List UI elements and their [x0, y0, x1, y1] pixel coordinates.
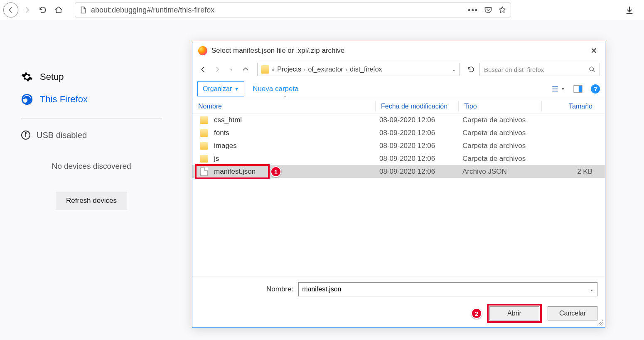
nav-back-button[interactable]	[3, 2, 18, 17]
file-name: css_html	[214, 116, 379, 124]
svg-line-5	[593, 70, 595, 72]
chevron-down-icon[interactable]: ⌄	[452, 67, 456, 72]
svg-point-4	[590, 67, 593, 71]
usb-status: USB disabled	[21, 128, 162, 143]
usb-status-text: USB disabled	[37, 131, 87, 140]
chevron-right-icon: ›	[304, 67, 305, 73]
url-bar[interactable]: about:debugging#/runtime/this-firefox ••…	[75, 2, 511, 17]
folder-icon	[200, 155, 208, 163]
pocket-icon[interactable]	[484, 6, 492, 14]
chevron-down-icon: ▼	[234, 86, 239, 91]
file-row[interactable]: css_html08-09-2020 12:06Carpeta de archi…	[192, 113, 605, 126]
svg-point-3	[25, 133, 26, 133]
file-list[interactable]: css_html08-09-2020 12:06Carpeta de archi…	[192, 113, 605, 276]
filename-input[interactable]: manifest.json ⌄	[298, 282, 597, 296]
file-open-dialog: Select manifest.json file or .xpi/.zip a…	[192, 41, 605, 328]
open-button[interactable]: Abrir	[489, 306, 539, 320]
sidebar-separator	[21, 118, 162, 118]
preview-pane-button[interactable]	[573, 85, 583, 93]
col-type[interactable]: Tipo	[458, 103, 541, 110]
chevron-down-icon[interactable]: ⌄	[590, 286, 594, 292]
chevron-down-icon: ▼	[561, 86, 565, 91]
cancel-button[interactable]: Cancelar	[548, 306, 597, 320]
url-text: about:debugging#/runtime/this-firefox	[91, 6, 214, 15]
file-row[interactable]: js08-09-2020 12:06Carpeta de archivos	[192, 152, 605, 165]
file-icon	[200, 168, 208, 176]
folder-icon	[261, 65, 269, 74]
chevron-down-icon[interactable]: ▾	[226, 64, 237, 75]
callout-highlight-2: Abrir	[487, 304, 542, 323]
gear-icon	[21, 71, 33, 83]
more-icon[interactable]: •••	[468, 6, 478, 15]
dialog-nav: ▾ « Projects › of_extractor › dist_firef…	[192, 60, 605, 79]
downloads-icon[interactable]	[622, 3, 637, 17]
bookmark-star-icon[interactable]	[498, 6, 506, 14]
dialog-footer: Nombre: manifest.json ⌄ 2 Abrir Cancelar	[192, 276, 605, 327]
sort-indicator-icon: ⌃	[283, 95, 287, 101]
view-mode-button[interactable]: ▼	[551, 85, 565, 93]
page-icon	[79, 6, 87, 14]
dialog-titlebar: Select manifest.json file or .xpi/.zip a…	[192, 41, 605, 60]
search-icon	[589, 66, 595, 73]
search-placeholder: Buscar en dist_firefox	[484, 66, 544, 73]
file-type: Archivo JSON	[462, 168, 546, 176]
nav-up-icon[interactable]	[240, 64, 251, 75]
help-icon[interactable]: ?	[591, 84, 600, 94]
refresh-icon[interactable]	[465, 64, 477, 75]
nav-forward-button[interactable]	[20, 3, 34, 17]
search-input[interactable]: Buscar en dist_firefox	[479, 63, 600, 76]
chevron-left-icon: «	[272, 67, 275, 73]
file-name: images	[214, 142, 379, 150]
dialog-title-text: Select manifest.json file or .xpi/.zip a…	[211, 47, 344, 55]
file-date: 08-09-2020 12:06	[379, 155, 462, 163]
folder-icon	[200, 116, 208, 124]
nav-back-icon[interactable]	[197, 64, 209, 75]
new-folder-button[interactable]: Nueva carpeta	[253, 85, 299, 93]
nav-forward-icon	[211, 64, 223, 75]
nav-reload-button[interactable]	[36, 3, 50, 17]
callout-badge-1: 1	[270, 166, 281, 177]
file-date: 08-09-2020 12:06	[379, 129, 462, 137]
file-date: 08-09-2020 12:06	[379, 142, 462, 150]
callout-badge-2: 2	[471, 308, 482, 319]
crumb-item[interactable]: dist_firefox	[350, 66, 382, 73]
file-name: manifest.json	[214, 168, 379, 176]
crumb-item[interactable]: Projects	[277, 66, 301, 73]
file-list-header: ⌃ Nombre Fecha de modificación Tipo Tama…	[192, 99, 605, 113]
breadcrumb[interactable]: « Projects › of_extractor › dist_firefox…	[257, 63, 460, 76]
filename-value: manifest.json	[302, 286, 341, 293]
debugging-sidebar: Setup This Firefox USB disabled No devic…	[0, 20, 183, 340]
col-size[interactable]: Tamaño	[541, 103, 605, 110]
crumb-item[interactable]: of_extractor	[308, 66, 343, 73]
file-date: 08-09-2020 12:06	[379, 116, 462, 124]
file-row[interactable]: fonts08-09-2020 12:06Carpeta de archivos	[192, 126, 605, 139]
filename-label: Nombre:	[266, 285, 293, 293]
close-icon[interactable]: ✕	[588, 46, 599, 56]
col-name[interactable]: Nombre	[192, 103, 375, 110]
file-date: 08-09-2020 12:06	[379, 168, 462, 176]
file-type: Carpeta de archivos	[462, 155, 546, 163]
firefox-icon	[198, 46, 207, 55]
firefox-icon	[21, 93, 33, 106]
file-type: Carpeta de archivos	[462, 116, 546, 124]
resize-grip-icon[interactable]	[597, 320, 603, 325]
info-icon	[21, 130, 31, 140]
file-type: Carpeta de archivos	[462, 142, 546, 150]
sidebar-item-this-firefox[interactable]: This Firefox	[21, 88, 162, 111]
dialog-toolbar: Organizar ▼ Nueva carpeta ▼ ?	[192, 79, 605, 99]
svg-rect-10	[579, 85, 582, 92]
organize-button[interactable]: Organizar ▼	[197, 81, 244, 96]
file-row[interactable]: manifest.json08-09-2020 12:06Archivo JSO…	[192, 165, 605, 178]
refresh-devices-button[interactable]: Refresh devices	[56, 192, 127, 210]
sidebar-item-label: Setup	[40, 71, 64, 82]
file-size: 2 KB	[546, 168, 605, 176]
sidebar-item-label: This Firefox	[40, 94, 88, 105]
folder-icon	[200, 142, 208, 150]
file-row[interactable]: images08-09-2020 12:06Carpeta de archivo…	[192, 139, 605, 152]
file-name: fonts	[214, 129, 379, 137]
nav-home-button[interactable]	[52, 3, 66, 17]
sidebar-item-setup[interactable]: Setup	[21, 66, 162, 88]
folder-icon	[200, 129, 208, 137]
col-date[interactable]: Fecha de modificación	[375, 103, 458, 110]
browser-toolbar: about:debugging#/runtime/this-firefox ••…	[0, 0, 644, 20]
